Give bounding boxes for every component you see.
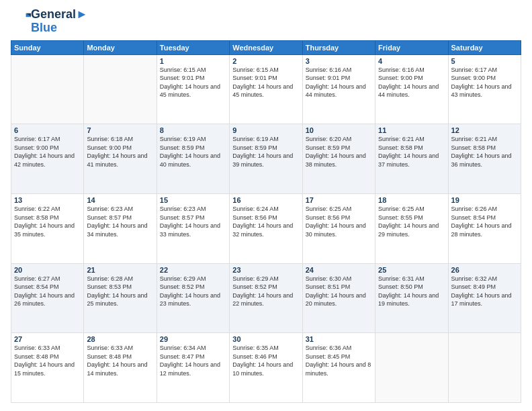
day-number: 21 (87, 266, 153, 274)
calendar-cell: 20Sunrise: 6:27 AMSunset: 8:54 PMDayligh… (11, 263, 84, 333)
calendar-cell: 21Sunrise: 6:28 AMSunset: 8:53 PMDayligh… (84, 263, 157, 333)
day-number: 8 (160, 126, 226, 134)
day-info: Sunrise: 6:21 AMSunset: 8:58 PMDaylight:… (378, 135, 445, 169)
page: General► Blue SundayMondayTuesdayWednesd… (0, 0, 532, 411)
day-number: 20 (14, 266, 81, 274)
day-info: Sunrise: 6:15 AMSunset: 9:01 PMDaylight:… (232, 66, 299, 99)
day-info: Sunrise: 6:35 AMSunset: 8:46 PMDaylight:… (232, 344, 299, 377)
day-number: 14 (87, 196, 153, 204)
calendar-cell: 17Sunrise: 6:25 AMSunset: 8:56 PMDayligh… (302, 193, 375, 263)
calendar-cell: 26Sunrise: 6:32 AMSunset: 8:49 PMDayligh… (448, 263, 521, 333)
day-info: Sunrise: 6:29 AMSunset: 8:52 PMDaylight:… (160, 275, 226, 308)
day-number: 17 (306, 196, 372, 204)
calendar-cell: 30Sunrise: 6:35 AMSunset: 8:46 PMDayligh… (230, 333, 302, 403)
day-number: 2 (232, 57, 299, 65)
day-number: 4 (378, 57, 445, 65)
day-info: Sunrise: 6:28 AMSunset: 8:53 PMDaylight:… (87, 275, 153, 308)
day-number: 13 (14, 196, 81, 204)
day-info: Sunrise: 6:18 AMSunset: 9:00 PMDaylight:… (87, 135, 153, 169)
day-number: 11 (378, 126, 445, 134)
day-number: 22 (160, 266, 226, 274)
day-info: Sunrise: 6:33 AMSunset: 8:48 PMDaylight:… (14, 344, 81, 377)
calendar-cell (375, 333, 448, 403)
calendar-cell: 29Sunrise: 6:34 AMSunset: 8:47 PMDayligh… (157, 333, 229, 403)
weekday-header-thursday: Thursday (302, 40, 375, 54)
day-number: 29 (160, 335, 226, 343)
day-info: Sunrise: 6:25 AMSunset: 8:56 PMDaylight:… (306, 205, 372, 238)
day-number: 15 (160, 196, 226, 204)
day-number: 23 (232, 266, 299, 274)
day-number: 25 (378, 266, 445, 274)
weekday-header-sunday: Sunday (11, 40, 84, 54)
logo: General► Blue (11, 8, 88, 35)
calendar-week-row: 1Sunrise: 6:15 AMSunset: 9:01 PMDaylight… (11, 54, 521, 124)
day-info: Sunrise: 6:22 AMSunset: 8:58 PMDaylight:… (14, 205, 81, 238)
calendar-cell: 25Sunrise: 6:31 AMSunset: 8:50 PMDayligh… (375, 263, 448, 333)
calendar-week-row: 20Sunrise: 6:27 AMSunset: 8:54 PMDayligh… (11, 263, 521, 333)
calendar-cell: 9Sunrise: 6:19 AMSunset: 8:59 PMDaylight… (230, 124, 302, 194)
calendar-cell: 11Sunrise: 6:21 AMSunset: 8:58 PMDayligh… (375, 124, 448, 194)
calendar-cell: 8Sunrise: 6:19 AMSunset: 8:59 PMDaylight… (157, 124, 229, 194)
calendar-cell: 6Sunrise: 6:17 AMSunset: 9:00 PMDaylight… (11, 124, 84, 194)
calendar-cell (84, 54, 157, 124)
day-number: 19 (451, 196, 518, 204)
calendar-cell (11, 54, 84, 124)
day-info: Sunrise: 6:16 AMSunset: 9:00 PMDaylight:… (378, 66, 445, 99)
calendar-cell: 5Sunrise: 6:17 AMSunset: 9:00 PMDaylight… (448, 54, 521, 124)
day-number: 27 (14, 335, 81, 343)
day-info: Sunrise: 6:19 AMSunset: 8:59 PMDaylight:… (232, 135, 299, 169)
calendar-cell: 15Sunrise: 6:23 AMSunset: 8:57 PMDayligh… (157, 193, 229, 263)
calendar-cell: 7Sunrise: 6:18 AMSunset: 9:00 PMDaylight… (84, 124, 157, 194)
calendar-week-row: 6Sunrise: 6:17 AMSunset: 9:00 PMDaylight… (11, 124, 521, 194)
day-info: Sunrise: 6:26 AMSunset: 8:54 PMDaylight:… (451, 205, 518, 238)
day-number: 5 (451, 57, 518, 65)
day-number: 6 (14, 126, 81, 134)
logo-text: General► Blue (31, 8, 88, 35)
calendar-cell: 18Sunrise: 6:25 AMSunset: 8:55 PMDayligh… (375, 193, 448, 263)
day-number: 28 (87, 335, 153, 343)
day-info: Sunrise: 6:29 AMSunset: 8:52 PMDaylight:… (232, 275, 299, 308)
calendar-cell: 16Sunrise: 6:24 AMSunset: 8:56 PMDayligh… (230, 193, 302, 263)
calendar-cell: 2Sunrise: 6:15 AMSunset: 9:01 PMDaylight… (230, 54, 302, 124)
calendar-cell: 3Sunrise: 6:16 AMSunset: 9:01 PMDaylight… (302, 54, 375, 124)
day-number: 31 (306, 335, 372, 343)
day-number: 3 (306, 57, 372, 65)
day-info: Sunrise: 6:17 AMSunset: 9:00 PMDaylight:… (14, 135, 81, 169)
calendar-week-row: 13Sunrise: 6:22 AMSunset: 8:58 PMDayligh… (11, 193, 521, 263)
day-info: Sunrise: 6:31 AMSunset: 8:50 PMDaylight:… (378, 275, 445, 308)
calendar-cell: 22Sunrise: 6:29 AMSunset: 8:52 PMDayligh… (157, 263, 229, 333)
day-info: Sunrise: 6:33 AMSunset: 8:48 PMDaylight:… (87, 344, 153, 377)
weekday-header-saturday: Saturday (448, 40, 521, 54)
day-info: Sunrise: 6:34 AMSunset: 8:47 PMDaylight:… (160, 344, 226, 377)
calendar-cell: 31Sunrise: 6:36 AMSunset: 8:45 PMDayligh… (302, 333, 375, 403)
weekday-header-monday: Monday (84, 40, 157, 54)
calendar-week-row: 27Sunrise: 6:33 AMSunset: 8:48 PMDayligh… (11, 333, 521, 403)
day-number: 26 (451, 266, 518, 274)
day-number: 18 (378, 196, 445, 204)
logo-icon (12, 11, 31, 30)
calendar-cell: 12Sunrise: 6:21 AMSunset: 8:58 PMDayligh… (448, 124, 521, 194)
calendar-cell: 13Sunrise: 6:22 AMSunset: 8:58 PMDayligh… (11, 193, 84, 263)
day-info: Sunrise: 6:30 AMSunset: 8:51 PMDaylight:… (306, 275, 372, 308)
day-info: Sunrise: 6:27 AMSunset: 8:54 PMDaylight:… (14, 275, 81, 308)
day-info: Sunrise: 6:19 AMSunset: 8:59 PMDaylight:… (160, 135, 226, 169)
calendar-cell: 23Sunrise: 6:29 AMSunset: 8:52 PMDayligh… (230, 263, 302, 333)
calendar: SundayMondayTuesdayWednesdayThursdayFrid… (11, 40, 521, 403)
weekday-header-wednesday: Wednesday (230, 40, 302, 54)
calendar-cell: 10Sunrise: 6:20 AMSunset: 8:59 PMDayligh… (302, 124, 375, 194)
calendar-cell: 1Sunrise: 6:15 AMSunset: 9:01 PMDaylight… (157, 54, 229, 124)
day-info: Sunrise: 6:17 AMSunset: 9:00 PMDaylight:… (451, 66, 518, 99)
day-info: Sunrise: 6:20 AMSunset: 8:59 PMDaylight:… (306, 135, 372, 169)
header: General► Blue (11, 8, 521, 35)
day-number: 24 (306, 266, 372, 274)
day-number: 1 (160, 57, 226, 65)
calendar-cell: 4Sunrise: 6:16 AMSunset: 9:00 PMDaylight… (375, 54, 448, 124)
day-info: Sunrise: 6:23 AMSunset: 8:57 PMDaylight:… (160, 205, 226, 238)
calendar-cell: 24Sunrise: 6:30 AMSunset: 8:51 PMDayligh… (302, 263, 375, 333)
day-info: Sunrise: 6:23 AMSunset: 8:57 PMDaylight:… (87, 205, 153, 238)
day-number: 10 (306, 126, 372, 134)
day-info: Sunrise: 6:16 AMSunset: 9:01 PMDaylight:… (306, 66, 372, 99)
day-number: 7 (87, 126, 153, 134)
calendar-cell: 14Sunrise: 6:23 AMSunset: 8:57 PMDayligh… (84, 193, 157, 263)
day-number: 30 (232, 335, 299, 343)
